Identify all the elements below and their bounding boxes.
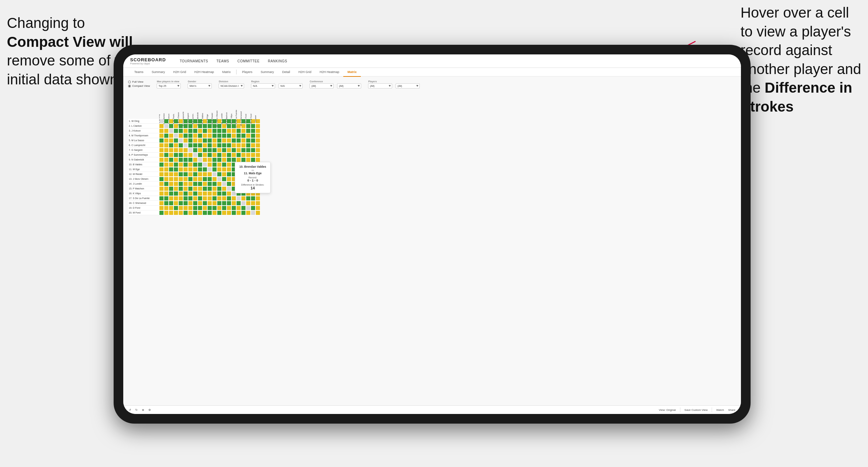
matrix-cell[interactable] — [236, 148, 241, 153]
matrix-cell[interactable] — [169, 172, 174, 177]
matrix-cell[interactable] — [246, 143, 251, 148]
watch-button[interactable]: Watch — [716, 408, 724, 412]
matrix-cell[interactable] — [255, 210, 260, 215]
matrix-cell[interactable] — [241, 196, 246, 201]
matrix-cell[interactable] — [178, 167, 183, 172]
matrix-cell[interactable] — [202, 148, 207, 153]
matrix-cell[interactable] — [174, 148, 178, 153]
matrix-cell[interactable] — [255, 196, 260, 201]
matrix-cell[interactable] — [227, 186, 231, 191]
matrix-cell[interactable] — [207, 167, 212, 172]
matrix-cell[interactable] — [178, 201, 183, 206]
matrix-cell[interactable] — [183, 186, 188, 191]
matrix-cell[interactable] — [251, 196, 255, 201]
matrix-cell[interactable] — [159, 124, 164, 128]
matrix-cell[interactable] — [231, 206, 236, 210]
matrix-cell[interactable] — [236, 138, 241, 143]
matrix-cell[interactable] — [188, 157, 193, 162]
matrix-cell[interactable] — [222, 177, 227, 181]
matrix-cell[interactable] — [251, 124, 255, 128]
matrix-cell[interactable] — [251, 128, 255, 133]
view-original-button[interactable]: View: Original — [659, 408, 676, 412]
matrix-cell[interactable] — [207, 181, 212, 186]
matrix-cell[interactable] — [202, 172, 207, 177]
matrix-cell[interactable] — [217, 201, 222, 206]
matrix-cell[interactable] — [251, 210, 255, 215]
matrix-cell[interactable] — [236, 133, 241, 138]
matrix-cell[interactable] — [227, 167, 231, 172]
matrix-cell[interactable] — [188, 206, 193, 210]
matrix-cell[interactable] — [178, 148, 183, 153]
matrix-cell[interactable] — [222, 148, 227, 153]
matrix-cell[interactable] — [198, 186, 202, 191]
matrix-cell[interactable] — [231, 138, 236, 143]
matrix-cell[interactable] — [217, 138, 222, 143]
matrix-cell[interactable] — [202, 162, 207, 167]
matrix-cell[interactable] — [178, 153, 183, 157]
matrix-cell[interactable] — [246, 153, 251, 157]
matrix-cell[interactable] — [227, 148, 231, 153]
compact-view-option[interactable]: Compact View — [128, 84, 150, 87]
matrix-cell[interactable] — [241, 157, 246, 162]
matrix-cell[interactable] — [255, 201, 260, 206]
matrix-cell[interactable] — [202, 191, 207, 196]
matrix-cell[interactable] — [251, 153, 255, 157]
matrix-cell[interactable] — [174, 201, 178, 206]
matrix-cell[interactable] — [188, 210, 193, 215]
matrix-cell[interactable] — [255, 133, 260, 138]
matrix-cell[interactable] — [188, 153, 193, 157]
matrix-cell[interactable] — [169, 148, 174, 153]
matrix-cell[interactable] — [202, 181, 207, 186]
matrix-cell[interactable] — [222, 162, 227, 167]
matrix-cell[interactable] — [174, 157, 178, 162]
matrix-cell[interactable] — [255, 138, 260, 143]
tab-summary2[interactable]: Summary — [257, 68, 278, 77]
matrix-cell[interactable] — [207, 138, 212, 143]
matrix-cell[interactable] — [193, 128, 198, 133]
matrix-cell[interactable] — [246, 210, 251, 215]
region-select2[interactable]: N/A — [279, 83, 303, 89]
matrix-cell[interactable] — [251, 157, 255, 162]
matrix-cell[interactable] — [169, 138, 174, 143]
matrix-cell[interactable] — [222, 201, 227, 206]
matrix-cell[interactable] — [164, 153, 169, 157]
matrix-cell[interactable] — [178, 206, 183, 210]
tab-h2hgrid2[interactable]: H2H Grid — [294, 68, 316, 77]
matrix-cell[interactable] — [188, 143, 193, 148]
matrix-cell[interactable] — [188, 148, 193, 153]
matrix-cell[interactable] — [188, 138, 193, 143]
matrix-cell[interactable] — [202, 186, 207, 191]
matrix-cell[interactable] — [183, 133, 188, 138]
matrix-cell[interactable] — [178, 177, 183, 181]
matrix-cell[interactable] — [198, 133, 202, 138]
matrix-cell[interactable] — [198, 172, 202, 177]
matrix-cell[interactable] — [241, 128, 246, 133]
matrix-cell[interactable] — [212, 133, 217, 138]
compact-view-radio[interactable] — [128, 85, 131, 87]
matrix-cell[interactable] — [217, 191, 222, 196]
matrix-cell[interactable] — [222, 157, 227, 162]
matrix-cell[interactable] — [202, 138, 207, 143]
matrix-cell[interactable] — [222, 206, 227, 210]
matrix-cell[interactable] — [198, 157, 202, 162]
matrix-cell[interactable] — [193, 196, 198, 201]
matrix-cell[interactable] — [198, 138, 202, 143]
matrix-cell[interactable] — [212, 162, 217, 167]
matrix-cell[interactable] — [198, 206, 202, 210]
matrix-cell[interactable] — [207, 177, 212, 181]
matrix-cell[interactable] — [255, 148, 260, 153]
matrix-cell[interactable] — [251, 148, 255, 153]
matrix-cell[interactable] — [217, 210, 222, 215]
matrix-cell[interactable] — [164, 210, 169, 215]
matrix-cell[interactable] — [198, 201, 202, 206]
matrix-cell[interactable] — [193, 172, 198, 177]
matrix-cell[interactable] — [217, 133, 222, 138]
matrix-cell[interactable] — [159, 138, 164, 143]
matrix-cell[interactable] — [222, 138, 227, 143]
matrix-cell[interactable] — [227, 210, 231, 215]
matrix-cell[interactable] — [159, 162, 164, 167]
matrix-cell[interactable] — [222, 133, 227, 138]
matrix-cell[interactable] — [198, 177, 202, 181]
matrix-cell[interactable] — [227, 201, 231, 206]
matrix-cell[interactable] — [241, 133, 246, 138]
